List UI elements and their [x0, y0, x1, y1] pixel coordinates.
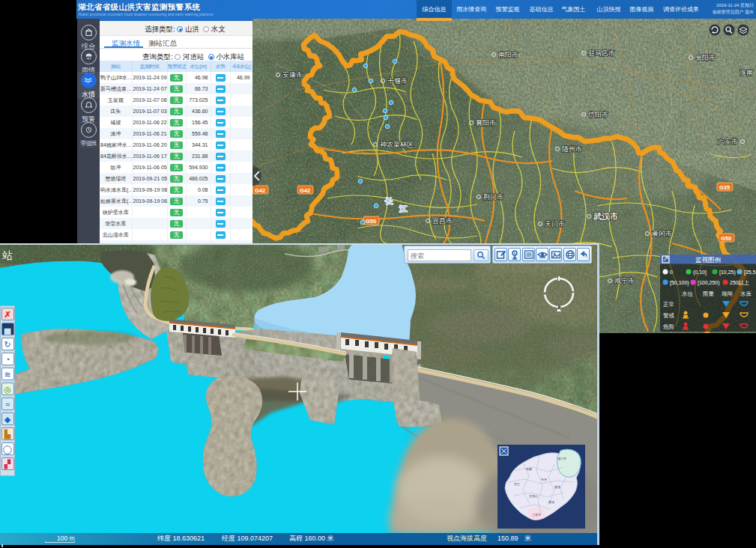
svg-text:长: 长: [384, 197, 393, 205]
svg-text:G42: G42: [255, 187, 265, 194]
svg-text:(0,10]: (0,10]: [693, 270, 707, 275]
svg-text:G35: G35: [719, 184, 730, 191]
svg-text:黄冈市: 黄冈市: [652, 230, 672, 237]
svg-text:阜阳市: 阜阳市: [695, 54, 716, 61]
svg-text:屯昌: 屯昌: [541, 478, 547, 481]
svg-text:[10,25): [10,25): [719, 270, 736, 275]
svg-text:三亚市: 三亚市: [532, 513, 541, 517]
svg-text:雨量: 雨量: [702, 290, 715, 297]
svg-text:监视图例: 监视图例: [695, 256, 721, 264]
svg-text:咸宁市: 咸宁市: [614, 277, 635, 284]
svg-text:六安市: 六安市: [718, 138, 738, 145]
svg-text:危险: 危险: [663, 323, 675, 330]
svg-text:武汉市: 武汉市: [593, 212, 618, 221]
svg-text:江: 江: [399, 204, 408, 213]
svg-text:荆门市: 荆门市: [483, 193, 504, 201]
svg-text:襄阳市: 襄阳市: [476, 119, 496, 127]
svg-text:随州市: 随州市: [562, 145, 582, 153]
svg-text:站: 站: [2, 249, 13, 261]
svg-text:[25,5: [25,5: [744, 270, 756, 275]
svg-text:驻马店市: 驻马店市: [588, 49, 615, 57]
svg-text:[50,100): [50,100): [670, 280, 689, 286]
svg-text:250以上: 250以上: [730, 280, 749, 285]
svg-text:十堰市: 十堰市: [387, 77, 408, 85]
svg-text:陵水: 陵水: [548, 500, 554, 504]
svg-text:临高: 临高: [526, 467, 532, 471]
svg-text:警戒: 警戒: [663, 312, 675, 319]
svg-text:海口市: 海口市: [557, 457, 566, 460]
svg-text:天门市: 天门市: [545, 220, 565, 228]
svg-text:G50: G50: [366, 218, 376, 225]
svg-text:宜昌市: 宜昌市: [432, 217, 453, 225]
svg-text:水库: 水库: [740, 290, 752, 297]
svg-text:琼海: 琼海: [554, 485, 560, 489]
svg-text:淮南: 淮南: [740, 69, 753, 76]
svg-text:南阳市: 南阳市: [498, 51, 518, 58]
svg-text:堰闸: 堰闸: [721, 290, 733, 297]
svg-text:G50: G50: [721, 235, 731, 242]
svg-text:水位: 水位: [681, 290, 694, 297]
svg-text:[100,250): [100,250): [698, 280, 720, 286]
svg-text:0: 0: [670, 270, 673, 275]
svg-text:正常: 正常: [663, 301, 674, 308]
svg-text:昌江: 昌江: [514, 482, 520, 486]
svg-text:安康市: 安康市: [282, 71, 303, 79]
svg-text:信阳市: 信阳市: [587, 111, 608, 118]
svg-text:神农架林区: 神农架林区: [380, 141, 414, 148]
svg-text:五指山: 五指山: [529, 494, 538, 498]
svg-text:G42: G42: [300, 187, 310, 194]
